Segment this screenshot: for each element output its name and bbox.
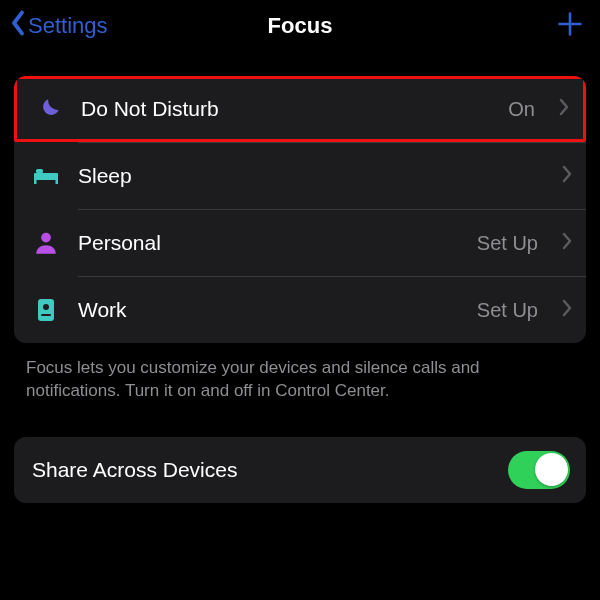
share-across-devices-row: Share Across Devices — [14, 437, 586, 503]
back-button[interactable]: Settings — [10, 10, 108, 42]
focus-row-status: On — [508, 98, 535, 121]
focus-mode-list: Do Not Disturb On Sleep Personal Set Up … — [14, 76, 586, 343]
bed-icon — [32, 163, 60, 189]
footer-description: Focus lets you customize your devices an… — [0, 343, 600, 403]
nav-bar: Settings Focus — [0, 0, 600, 64]
focus-row-label: Do Not Disturb — [81, 97, 490, 121]
chevron-right-icon — [559, 98, 569, 120]
person-icon — [32, 230, 60, 256]
moon-icon — [35, 96, 63, 122]
focus-row-personal[interactable]: Personal Set Up — [14, 210, 586, 276]
focus-row-status: Set Up — [477, 299, 538, 322]
focus-row-do-not-disturb[interactable]: Do Not Disturb On — [14, 76, 586, 142]
chevron-right-icon — [562, 232, 572, 254]
focus-row-status: Set Up — [477, 232, 538, 255]
share-label: Share Across Devices — [32, 458, 237, 482]
chevron-right-icon — [562, 165, 572, 187]
svg-rect-9 — [41, 314, 51, 316]
svg-rect-2 — [34, 173, 58, 180]
back-label: Settings — [28, 13, 108, 39]
chevron-right-icon — [562, 299, 572, 321]
focus-row-label: Work — [78, 298, 459, 322]
chevron-left-icon — [10, 10, 26, 42]
focus-row-label: Personal — [78, 231, 459, 255]
switch-knob — [535, 453, 568, 486]
add-button[interactable] — [556, 10, 584, 42]
plus-icon — [556, 24, 584, 41]
svg-rect-3 — [34, 179, 37, 184]
focus-row-label: Sleep — [78, 164, 520, 188]
page-title: Focus — [268, 13, 333, 39]
focus-row-work[interactable]: Work Set Up — [14, 277, 586, 343]
svg-point-8 — [43, 304, 49, 310]
svg-rect-4 — [56, 179, 59, 184]
focus-row-sleep[interactable]: Sleep — [14, 143, 586, 209]
svg-rect-5 — [36, 169, 43, 173]
svg-point-6 — [41, 233, 51, 243]
share-toggle[interactable] — [508, 451, 570, 489]
badge-icon — [32, 297, 60, 323]
